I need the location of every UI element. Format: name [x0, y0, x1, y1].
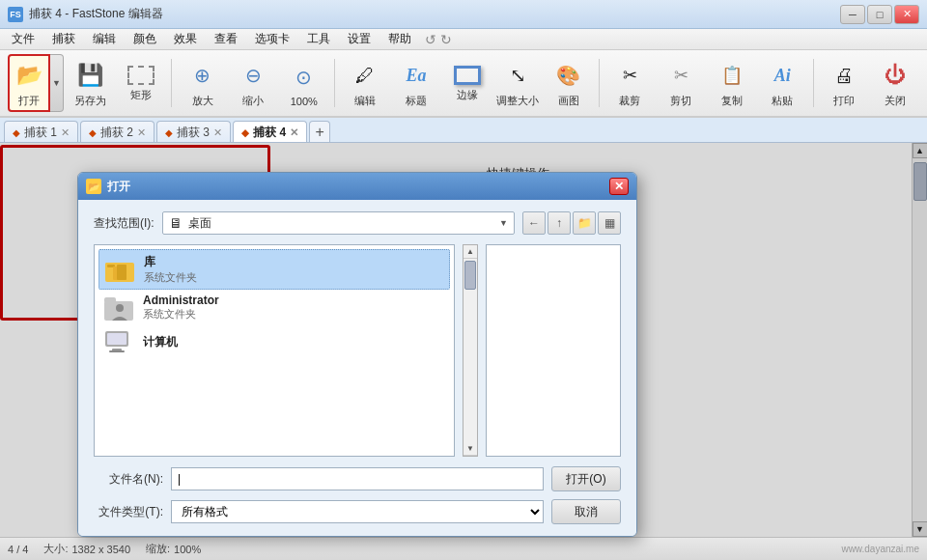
filetype-select[interactable]: 所有格式 — [171, 500, 544, 523]
menu-tabs[interactable]: 选项卡 — [247, 29, 297, 49]
menu-capture[interactable]: 捕获 — [44, 29, 83, 49]
cancel-btn-label: 取消 — [575, 504, 598, 520]
dialog-scrollbar[interactable]: ▲ ▼ — [463, 244, 478, 457]
zoom-in-button[interactable]: ⊕ 放大 — [178, 54, 227, 112]
nav-buttons: ← ↑ 📁 ▦ — [522, 211, 621, 235]
tab-add-button[interactable]: + — [309, 121, 330, 142]
menu-view[interactable]: 查看 — [207, 29, 245, 49]
copy-button[interactable]: 📋 复制 — [707, 54, 756, 112]
close-button[interactable]: ⏻ 关闭 — [870, 54, 919, 112]
paste-button[interactable]: Ai 粘贴 — [758, 54, 807, 112]
filename-input[interactable] — [171, 467, 544, 490]
close-window-button[interactable]: ✕ — [894, 5, 919, 24]
file-item-computer[interactable]: 计算机 — [98, 325, 450, 358]
toolbar-sep-1 — [171, 59, 172, 107]
size-info: 大小: 1382 x 3540 — [43, 542, 130, 556]
location-dropdown-arrow[interactable]: ▼ — [499, 218, 508, 228]
border-button[interactable]: 边缘 — [442, 54, 492, 112]
tab-3-diamond: ◆ — [165, 127, 173, 138]
tab-3[interactable]: ◆ 捕获 3 ✕ — [156, 121, 231, 142]
size-value: 1382 x 3540 — [71, 544, 130, 555]
file-item-library[interactable]: 库 系统文件夹 — [98, 249, 450, 290]
tab-2-close[interactable]: ✕ — [137, 126, 146, 139]
cut-button[interactable]: ✂ 剪切 — [657, 54, 706, 112]
menu-effects[interactable]: 效果 — [166, 29, 205, 49]
tab-3-close[interactable]: ✕ — [213, 126, 222, 139]
filetype-label: 文件类型(T): — [94, 504, 163, 520]
location-icon: 🖥 — [169, 215, 183, 231]
nav-view-button[interactable]: ▦ — [598, 211, 621, 235]
toolbar-sep-2 — [334, 59, 335, 107]
dialog-scroll-down[interactable]: ▼ — [464, 442, 477, 456]
location-value: 桌面 — [188, 215, 211, 232]
tab-1[interactable]: ◆ 捕获 1 ✕ — [4, 121, 78, 142]
resize-button[interactable]: ⤡ 调整大小 — [493, 54, 543, 112]
nav-up-button[interactable]: ↑ — [548, 211, 571, 235]
title-button[interactable]: Ea 标题 — [392, 54, 441, 112]
dialog-close-button[interactable]: ✕ — [609, 178, 629, 195]
tab-4[interactable]: ◆ 捕获 4 ✕ — [233, 121, 307, 142]
zoom-in-label: 放大 — [192, 94, 213, 108]
library-type: 系统文件夹 — [144, 270, 197, 285]
status-bar: 4 / 4 大小: 1382 x 3540 缩放: 100% www.dayan… — [0, 537, 927, 560]
open-btn[interactable]: 打开(O) — [551, 466, 621, 491]
undo-button[interactable]: ↺ — [425, 32, 436, 47]
open-icon: 📂 — [14, 60, 44, 91]
dialog-bottom: 文件名(N): 打开(O) 文件类型(T): 所有格式 取消 — [94, 466, 621, 524]
title-bar-left: FS 捕获 4 - FastStone 编辑器 — [8, 6, 163, 22]
file-item-administrator[interactable]: Administrator 系统文件夹 — [98, 290, 450, 325]
menu-bar: 文件 捕获 编辑 颜色 效果 查看 选项卡 工具 设置 帮助 ↺ ↻ — [0, 29, 927, 50]
zoom-out-button[interactable]: ⊖ 缩小 — [229, 54, 278, 112]
dialog-scroll-up[interactable]: ▲ — [464, 245, 477, 259]
crop-button[interactable]: ✂ 裁剪 — [605, 54, 655, 112]
print-button[interactable]: 🖨 打印 — [820, 54, 869, 112]
tab-4-close[interactable]: ✕ — [290, 126, 298, 139]
draw-icon: 🎨 — [553, 60, 584, 91]
open-dropdown-arrow[interactable]: ▼ — [50, 54, 64, 112]
library-item-info: 库 系统文件夹 — [144, 254, 197, 285]
nav-back-button[interactable]: ← — [522, 211, 546, 235]
edit-button[interactable]: 🖊 编辑 — [341, 54, 390, 112]
title-icon-btn: Ea — [401, 60, 432, 91]
open-button[interactable]: 📂 打开 — [8, 54, 50, 112]
rect-label: 矩形 — [130, 88, 152, 102]
dialog-scroll-thumb[interactable] — [464, 261, 476, 290]
rect-button[interactable]: 矩形 — [117, 54, 166, 112]
zoom-100-button[interactable]: ⊙ 100% — [279, 54, 328, 112]
tab-4-diamond: ◆ — [241, 127, 249, 138]
maximize-button[interactable]: □ — [867, 5, 892, 24]
filename-row: 文件名(N): 打开(O) — [94, 466, 621, 491]
nav-new-folder-button[interactable]: 📁 — [573, 211, 596, 235]
redo-button[interactable]: ↻ — [440, 32, 452, 47]
draw-button[interactable]: 🎨 画图 — [545, 54, 594, 112]
svg-rect-11 — [109, 350, 125, 352]
print-icon: 🖨 — [829, 60, 859, 91]
title-bar: FS 捕获 4 - FastStone 编辑器 ─ □ ✕ — [0, 0, 927, 29]
tab-2[interactable]: ◆ 捕获 2 ✕ — [80, 121, 154, 142]
location-combo[interactable]: 🖥 桌面 ▼ — [162, 211, 515, 235]
file-list-panel[interactable]: 库 系统文件夹 — [94, 244, 455, 457]
save-as-label: 另存为 — [74, 94, 106, 108]
window-title: 捕获 4 - FastStone 编辑器 — [29, 6, 163, 22]
cancel-btn[interactable]: 取消 — [551, 499, 621, 524]
toolbar-sep-3 — [599, 59, 600, 107]
menu-help[interactable]: 帮助 — [380, 29, 419, 49]
menu-edit[interactable]: 编辑 — [85, 29, 124, 49]
menu-tools[interactable]: 工具 — [299, 29, 338, 49]
watermark: www.dayanzai.me — [841, 544, 919, 554]
menu-color[interactable]: 颜色 — [126, 29, 164, 49]
zoom-100-label: 100% — [291, 96, 318, 107]
resize-label: 调整大小 — [496, 94, 539, 108]
admin-type: 系统文件夹 — [143, 307, 219, 322]
minimize-button[interactable]: ─ — [840, 5, 865, 24]
tab-1-close[interactable]: ✕ — [61, 126, 70, 139]
menu-file[interactable]: 文件 — [4, 29, 42, 49]
open-button-group: 📂 打开 ▼ — [8, 54, 64, 112]
tabs-bar: ◆ 捕获 1 ✕ ◆ 捕获 2 ✕ ◆ 捕获 3 ✕ ◆ 捕获 4 ✕ + — [0, 118, 927, 143]
undo-redo-group: ↺ ↻ — [425, 32, 452, 47]
menu-settings[interactable]: 设置 — [340, 29, 379, 49]
draw-label: 画图 — [558, 94, 579, 108]
svg-rect-4 — [117, 265, 126, 280]
dialog-overlay: 📂 打开 ✕ 查找范围(I): 🖥 桌面 ▼ ← ↑ — [0, 143, 927, 537]
save-as-button[interactable]: 💾 另存为 — [66, 54, 115, 112]
